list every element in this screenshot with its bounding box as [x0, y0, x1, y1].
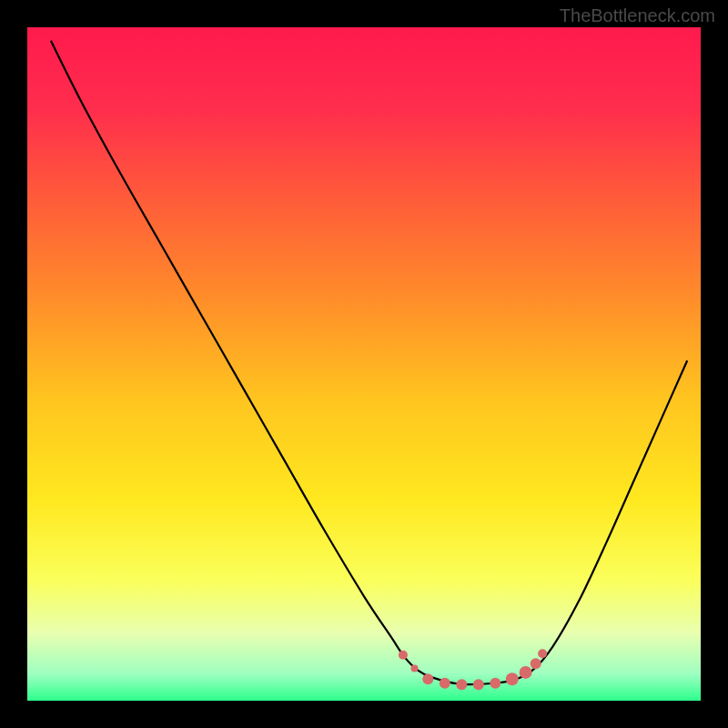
marker-dot: [490, 678, 500, 689]
watermark-text: TheBottleneck.com: [560, 5, 715, 26]
chart-svg: [27, 27, 701, 701]
marker-dot: [538, 649, 547, 658]
marker-dot: [456, 679, 467, 690]
marker-dot: [440, 678, 450, 689]
chart-container: TheBottleneck.com: [0, 0, 728, 728]
marker-dot: [473, 679, 484, 690]
marker-dot: [520, 666, 532, 679]
marker-dot: [411, 664, 419, 672]
gradient-background: [27, 27, 701, 701]
marker-dot: [531, 658, 541, 669]
marker-dot: [399, 651, 408, 660]
marker-dot: [422, 673, 433, 684]
marker-dot: [506, 672, 519, 685]
plot-area: [27, 27, 701, 701]
